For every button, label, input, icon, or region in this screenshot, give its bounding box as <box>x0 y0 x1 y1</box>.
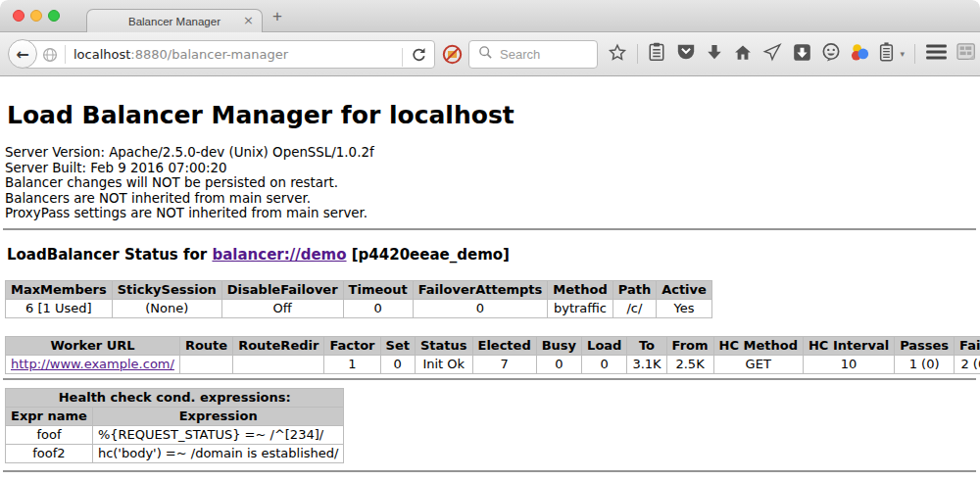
home-icon[interactable] <box>733 43 753 66</box>
table-header-row: MaxMembers StickySession DisableFailover… <box>6 280 712 299</box>
server-info: Server Version: Apache/2.5.0-dev (Unix) … <box>5 145 980 221</box>
cell-elected: 7 <box>472 355 536 373</box>
cell-fails: 2 (0) <box>955 355 980 373</box>
video-download-icon[interactable] <box>793 43 811 66</box>
browser-window: Balancer Manager × + ← localhost:8880/ba… <box>0 0 980 481</box>
cell-passes: 1 (0) <box>895 355 955 373</box>
column-header: Expr name <box>6 407 93 425</box>
urlbar-divider2 <box>402 48 403 67</box>
colored-dots-icon[interactable] <box>851 43 869 66</box>
minimize-window-button[interactable] <box>30 10 42 22</box>
close-tab-icon[interactable]: × <box>243 13 254 27</box>
column-header: Worker URL <box>6 336 180 355</box>
back-button[interactable]: ← <box>8 39 37 69</box>
worker-status-table: Worker URL Route RouteRedir Factor Set S… <box>5 336 980 374</box>
table-row: http://www.example.com/ 1 0 Init Ok 7 0 … <box>6 355 980 373</box>
content-blocked-icon[interactable] <box>442 44 463 69</box>
cell-expression: %{REQUEST_STATUS} =~ /^[234]/ <box>92 425 344 444</box>
cell-maxmembers: 6 [1 Used] <box>6 299 113 317</box>
pocket-icon[interactable] <box>676 43 696 65</box>
divider <box>3 470 976 472</box>
column-header: HC Method <box>713 336 803 355</box>
divider <box>3 228 976 230</box>
toolbar-divider <box>637 44 638 64</box>
emoji-feedback-icon[interactable] <box>821 42 841 66</box>
clipboard-icon[interactable] <box>648 42 665 66</box>
cell-expression: hc('body') =~ /domain is established/ <box>92 444 344 462</box>
back-icon: ← <box>16 45 28 64</box>
column-header: Timeout <box>343 280 413 299</box>
menu-icon[interactable] <box>926 44 947 64</box>
toolbar-divider2 <box>914 44 915 64</box>
urlbar-divider <box>65 45 66 64</box>
search-icon <box>478 45 493 64</box>
health-check-table: Health check cond. expressions: Expr nam… <box>5 388 344 463</box>
column-header: Path <box>612 280 656 299</box>
cell-hc-interval: 10 <box>803 355 894 373</box>
cell-to: 3.1K <box>627 355 666 373</box>
column-header: HC Interval <box>803 336 894 355</box>
url-bar[interactable]: localhost:8880/balancer-manager <box>24 40 435 69</box>
clear-cache-icon[interactable] <box>879 42 894 66</box>
persist-note-line: Balancer changes will NOT be persisted o… <box>5 175 980 191</box>
close-window-button[interactable] <box>13 10 24 22</box>
column-header: RouteRedir <box>233 336 324 355</box>
column-header: Expression <box>92 407 344 425</box>
column-header: Load <box>582 336 627 355</box>
page-content: Load Balancer Manager for localhost Serv… <box>0 101 980 481</box>
bookmark-star-icon[interactable] <box>608 43 627 66</box>
cell-hc-method: GET <box>713 355 803 373</box>
cell-busy: 0 <box>536 355 581 373</box>
url-path: :8880/balancer-manager <box>130 47 288 62</box>
inherit-note-line: Balancers are NOT inherited from main se… <box>5 191 980 207</box>
zoom-window-button[interactable] <box>48 10 60 22</box>
status-heading-suffix: [p4420eeae_demo] <box>347 246 510 264</box>
cell-routeredir <box>233 355 324 373</box>
table-row: foof %{REQUEST_STATUS} =~ /^[234]/ <box>6 425 344 444</box>
page-title: Load Balancer Manager for localhost <box>7 101 980 129</box>
balancer-status-heading: LoadBalancer Status for balancer://demo … <box>7 246 980 264</box>
column-header: Active <box>657 280 712 299</box>
table-header-row: Worker URL Route RouteRedir Factor Set S… <box>6 336 980 355</box>
table-header-row: Expr name Expression <box>6 407 344 425</box>
download-icon[interactable] <box>706 43 723 66</box>
globe-icon <box>42 47 58 63</box>
url-text[interactable]: localhost:8880/balancer-manager <box>74 47 288 62</box>
titlebar: Balancer Manager × + <box>0 0 980 32</box>
toolbar-icons: ▾ <box>608 32 977 75</box>
new-tab-button[interactable]: + <box>272 7 282 26</box>
proxypass-note-line: ProxyPass settings are NOT inherited fro… <box>5 206 980 221</box>
health-check-title: Health check cond. expressions: <box>6 388 344 407</box>
column-header: DisableFailover <box>221 280 343 299</box>
navigation-toolbar: ← localhost:8880/balancer-manager Search <box>0 32 980 76</box>
search-input[interactable]: Search <box>468 40 598 69</box>
search-placeholder: Search <box>500 47 540 62</box>
cell-failoverattempts: 0 <box>413 299 548 317</box>
send-icon[interactable] <box>762 43 782 66</box>
column-header: Method <box>548 280 612 299</box>
chevron-down-icon[interactable]: ▾ <box>901 49 906 59</box>
cell-timeout: 0 <box>343 299 413 317</box>
column-header: From <box>666 336 713 355</box>
cell-path: /c/ <box>612 299 656 317</box>
balancer-demo-link[interactable]: balancer://demo <box>212 246 346 264</box>
column-header: StickySession <box>112 280 221 299</box>
balancer-settings-table: MaxMembers StickySession DisableFailover… <box>5 280 712 318</box>
cell-method: bytraffic <box>548 299 612 317</box>
column-header: Busy <box>536 336 581 355</box>
table-title-row: Health check cond. expressions: <box>6 388 344 407</box>
cell-active: Yes <box>657 299 712 317</box>
browser-tab[interactable]: Balancer Manager × <box>86 9 263 32</box>
cell-expr-name: foof2 <box>6 444 93 462</box>
column-header: To <box>627 336 666 355</box>
reload-button[interactable] <box>395 47 427 68</box>
reload-icon <box>411 47 427 68</box>
column-header: MaxMembers <box>6 280 113 299</box>
column-header: Route <box>179 336 232 355</box>
column-header: Set <box>380 336 415 355</box>
tab-groups-icon[interactable] <box>956 43 977 66</box>
worker-url-link[interactable]: http://www.example.com/ <box>11 357 174 371</box>
cell-status: Init Ok <box>415 355 472 373</box>
cell-set: 0 <box>380 355 415 373</box>
table-row: foof2 hc('body') =~ /domain is establish… <box>6 444 344 462</box>
